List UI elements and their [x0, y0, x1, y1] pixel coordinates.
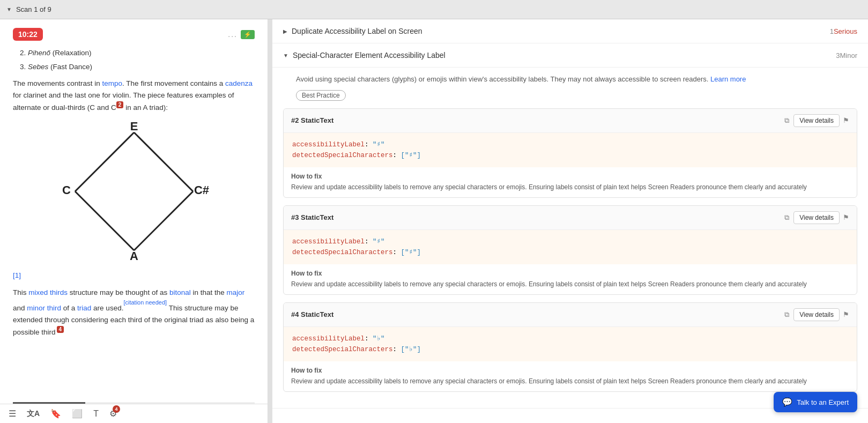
code-block-3: accessibilityLabel: "♯" detectedSpecialC… [284, 230, 857, 264]
list-item-italic: Sebes [28, 63, 48, 71]
svg-line-0 [75, 132, 134, 191]
best-practice-badge: Best Practice [296, 90, 346, 101]
minor-third-link[interactable]: minor third [27, 304, 61, 312]
description-text: Avoid using special characters (glyphs) … [296, 74, 857, 85]
issue-card-4-title: #4 StaticText [291, 310, 781, 318]
svg-text:C: C [62, 183, 71, 197]
code-line-2-4: detectedSpecialCharacters: ["♭"] [292, 344, 848, 355]
svg-line-2 [75, 191, 134, 250]
issue-card-2-title: #2 StaticText [291, 116, 781, 124]
text-icon[interactable]: T [93, 409, 99, 419]
cadenza-link[interactable]: cadenza [225, 79, 253, 87]
tempo-link[interactable]: tempo [102, 79, 123, 87]
issue-card-3: #3 StaticText ⧉ View details ⚑ accessibi… [283, 205, 857, 295]
citation-link-para: [1] [13, 270, 255, 281]
window-chevron-icon[interactable]: ▼ [6, 6, 12, 12]
major-link[interactable]: major [227, 288, 245, 296]
doc-content: Pihenő (Relaxation) Sebes (Fast Dance) T… [13, 47, 255, 338]
how-to-fix-text-4: Review and update accessibility labels t… [291, 376, 849, 386]
bookmark-icon[interactable]: 🔖 [50, 409, 61, 419]
code-line-1-2: accessibilityLabel: "♯" [292, 139, 848, 150]
chat-icon: 💬 [782, 397, 792, 407]
triad-link[interactable]: triad [77, 304, 91, 312]
view-details-btn-3[interactable]: View details [793, 211, 840, 224]
chevron-expanded-icon: ▼ [283, 53, 288, 58]
severity-serious-badge: Serious [834, 27, 857, 35]
list-item-italic: Pihenő [28, 49, 50, 57]
issue-card-4: #4 StaticText ⧉ View details ⚑ accessibi… [283, 302, 857, 392]
svg-line-3 [134, 191, 193, 250]
mixed-thirds-link[interactable]: mixed thirds [28, 288, 68, 296]
issue-title-special: Special-Character Element Accessibility … [293, 51, 832, 60]
timer-actions: ... ⚡ [228, 30, 255, 39]
how-to-fix-text-2: Review and update accessibility labels t… [291, 182, 849, 192]
doc-viewer: 10:22 ... ⚡ Pihenő (Relaxation) Sebes (F… [0, 19, 268, 398]
code-line-2-2: detectedSpecialCharacters: ["♯"] [292, 150, 848, 161]
flag-icon-3[interactable]: ⚑ [843, 213, 849, 221]
expanded-section: Avoid using special characters (glyphs) … [272, 74, 868, 409]
citation-1-link[interactable]: [1] [13, 271, 21, 279]
issue-card-4-header: #4 StaticText ⧉ View details ⚑ [284, 303, 857, 327]
notation-badge-4: 4 [57, 326, 64, 333]
code-line-2-3: detectedSpecialCharacters: ["♯"] [292, 247, 848, 258]
how-to-fix-label-4: How to fix [291, 367, 849, 374]
timer-bar: 10:22 ... ⚡ [13, 28, 255, 41]
issue-card-2: #2 StaticText ⧉ View details ⚑ accessibi… [283, 108, 857, 198]
search-icon[interactable]: ⬜ [72, 409, 83, 419]
panel-divider[interactable] [268, 19, 272, 423]
view-details-btn-4[interactable]: View details [793, 308, 840, 321]
how-to-fix-label-3: How to fix [291, 270, 849, 277]
timer-badge: 10:22 [13, 28, 43, 41]
issue-card-3-title: #3 StaticText [291, 213, 781, 221]
list-icon[interactable]: ☰ [9, 409, 16, 419]
copy-icon-3[interactable]: ⧉ [784, 213, 789, 222]
copy-icon-2[interactable]: ⧉ [784, 116, 789, 125]
list-item: Pihenő (Relaxation) [28, 47, 255, 59]
top-bar: ▼ Scan 1 of 9 [0, 0, 868, 19]
toolbar-icons: ☰ 文A 🔖 ⬜ T ⚙ 4 [9, 409, 117, 419]
svg-text:E: E [130, 122, 138, 133]
settings-icon-container: ⚙ 4 [109, 409, 117, 419]
chevron-collapsed-icon: ▶ [283, 28, 287, 34]
corner-badge: 4 [113, 405, 120, 413]
scan-title: Scan 1 of 9 [16, 5, 51, 13]
issue-row-special-char[interactable]: ▼ Special-Character Element Accessibilit… [272, 43, 868, 68]
learn-more-link[interactable]: Learn more [710, 75, 746, 83]
talk-to-expert-button[interactable]: 💬 Talk to an Expert [774, 392, 857, 412]
issue-title-duplicate: Duplicate Accessibility Label on Screen [292, 27, 826, 35]
code-line-1-4: accessibilityLabel: "♭" [292, 333, 848, 344]
issue-count-duplicate: 1 [830, 27, 834, 35]
copy-icon-4[interactable]: ⧉ [784, 310, 789, 319]
svg-text:C#: C# [194, 183, 209, 197]
bitonal-link[interactable]: bitonal [169, 288, 191, 296]
svg-text:A: A [130, 249, 138, 261]
main-area: 10:22 ... ⚡ Pihenő (Relaxation) Sebes (F… [0, 19, 868, 423]
diamond-svg: E C C# A [59, 122, 209, 261]
battery-icon: ⚡ [241, 30, 255, 39]
flag-icon-4[interactable]: ⚑ [843, 310, 849, 318]
paragraph-2: This mixed thirds structure may be thoug… [13, 287, 255, 338]
more-options-icon[interactable]: ... [228, 30, 238, 39]
how-to-fix-section-4: How to fix Review and update accessibili… [284, 361, 857, 391]
issue-row-duplicate-label[interactable]: ▶ Duplicate Accessibility Label on Scree… [272, 19, 868, 43]
code-block-2: accessibilityLabel: "♯" detectedSpecialC… [284, 133, 857, 167]
translate-icon[interactable]: 文A [27, 409, 40, 419]
code-line-1-3: accessibilityLabel: "♯" [292, 236, 848, 247]
svg-line-1 [134, 132, 193, 191]
left-panel: 10:22 ... ⚡ Pihenő (Relaxation) Sebes (F… [0, 19, 268, 423]
view-details-btn-2[interactable]: View details [793, 114, 840, 127]
code-block-4: accessibilityLabel: "♭" detectedSpecialC… [284, 327, 857, 361]
how-to-fix-section-2: How to fix Review and update accessibili… [284, 167, 857, 197]
flag-icon-2[interactable]: ⚑ [843, 116, 849, 124]
issue-card-2-header: #2 StaticText ⧉ View details ⚑ [284, 109, 857, 133]
right-panel: ▶ Duplicate Accessibility Label on Scree… [272, 19, 868, 423]
issue-card-3-header: #3 StaticText ⧉ View details ⚑ [284, 206, 857, 230]
notation-badge-2: 2 [116, 101, 124, 108]
paragraph-1: The movements contrast in tempo. The fir… [13, 78, 255, 113]
doc-toolbar: ☰ 文A 🔖 ⬜ T ⚙ 4 [0, 404, 268, 423]
citation-needed-link[interactable]: [citation needed] [123, 300, 167, 306]
severity-minor-badge: Minor [840, 51, 857, 60]
how-to-fix-label-2: How to fix [291, 173, 849, 180]
how-to-fix-section-3: How to fix Review and update accessibili… [284, 264, 857, 294]
diamond-diagram: E C C# A [13, 122, 255, 261]
